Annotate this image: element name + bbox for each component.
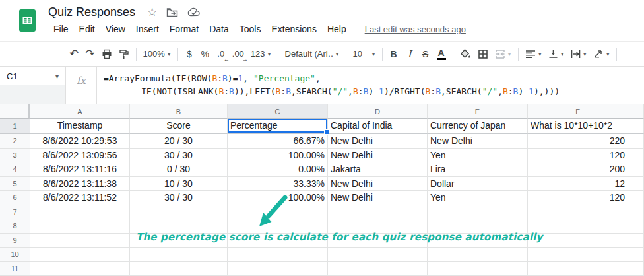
cell-F11[interactable] [528, 262, 628, 276]
column-header-F[interactable]: F [528, 104, 628, 119]
cell-overflow-10[interactable] [628, 248, 644, 262]
cell-overflow-6[interactable] [628, 191, 644, 205]
cell-E10[interactable] [428, 248, 528, 262]
cell-A11[interactable] [30, 262, 130, 276]
cell-E11[interactable] [428, 262, 528, 276]
menu-item-extensions[interactable]: Extensions [266, 22, 321, 36]
cell-B3[interactable]: 30 / 30 [130, 149, 228, 163]
menu-item-view[interactable]: View [100, 22, 131, 36]
cell-E1[interactable]: Currency of Japan [428, 119, 528, 134]
cell-overflow-7[interactable] [628, 205, 644, 220]
cell-B5[interactable]: 10 / 30 [130, 177, 228, 191]
menu-item-insert[interactable]: Insert [131, 22, 164, 36]
cell-C10[interactable] [228, 248, 328, 262]
row-header-2[interactable]: 2 [0, 134, 30, 149]
percent-format-button[interactable]: % [197, 46, 213, 63]
row-header-3[interactable]: 3 [0, 149, 30, 163]
cell-B11[interactable] [130, 262, 228, 276]
cell-D6[interactable]: New Delhi [328, 191, 428, 205]
cell-B7[interactable] [130, 205, 228, 220]
row-header-8[interactable]: 8 [0, 219, 30, 234]
cell-overflow-3[interactable] [628, 149, 644, 163]
font-family-select[interactable]: Default (Ari… ▾ [282, 46, 342, 63]
sheets-logo[interactable] [18, 9, 36, 32]
cell-E7[interactable] [428, 205, 528, 220]
cell-E2[interactable]: New Delhi [428, 134, 528, 149]
cell-D11[interactable] [328, 262, 428, 276]
cell-C2[interactable]: 66.67% [228, 134, 328, 149]
cell-A10[interactable] [30, 248, 130, 262]
row-header-7[interactable]: 7 [0, 205, 30, 220]
move-folder-icon[interactable] [166, 7, 178, 17]
cell-A9[interactable] [30, 234, 130, 248]
menu-item-format[interactable]: Format [164, 22, 204, 36]
cell-B1[interactable]: Score [130, 119, 228, 134]
cell-B2[interactable]: 20 / 30 [130, 134, 228, 149]
row-header-4[interactable]: 4 [0, 162, 30, 177]
cell-A1[interactable]: Timestamp [30, 119, 130, 134]
increase-decimal-button[interactable]: .00 → [229, 46, 247, 63]
number-format-button[interactable]: 123 ▾ [247, 46, 274, 63]
fill-color-button[interactable] [457, 46, 474, 63]
cell-overflow-11[interactable] [628, 262, 644, 276]
bold-button[interactable]: B [386, 46, 402, 63]
cell-D10[interactable] [328, 248, 428, 262]
menu-item-edit[interactable]: Edit [74, 22, 100, 36]
cell-D2[interactable]: New Delhi [328, 134, 428, 149]
row-header-10[interactable]: 10 [0, 248, 30, 262]
page-title[interactable]: Quiz Responses [48, 5, 135, 19]
cell-D5[interactable]: New Delhi [328, 177, 428, 191]
cell-C11[interactable] [228, 262, 328, 276]
cell-D3[interactable]: New Delhi [328, 149, 428, 163]
cell-C5[interactable]: 33.33% [228, 177, 328, 191]
column-header-A[interactable]: A [30, 104, 130, 119]
row-header-1[interactable]: 1 [0, 119, 30, 134]
cell-E5[interactable]: Dollar [428, 177, 528, 191]
undo-button[interactable]: ↶ [66, 46, 82, 63]
cell-E3[interactable]: Yen [428, 149, 528, 163]
formula-input[interactable]: =ArrayFormula(IF(ROW(B:B)=1, "Percentage… [97, 67, 644, 104]
cell-overflow-8[interactable] [628, 219, 644, 234]
column-header-overflow[interactable] [628, 104, 644, 119]
cell-F6[interactable]: 120 [528, 191, 628, 205]
print-button[interactable] [98, 46, 115, 63]
column-header-D[interactable]: D [328, 104, 428, 119]
cell-C1[interactable]: Percentage [228, 119, 328, 134]
cell-F7[interactable] [528, 205, 628, 220]
cell-D4[interactable]: Jakarta [328, 162, 428, 177]
cell-E4[interactable]: Lira [428, 162, 528, 177]
merge-cells-button[interactable]: ▾ [492, 46, 515, 63]
cell-B4[interactable]: 0 / 30 [130, 162, 228, 177]
cloud-saved-icon[interactable] [187, 7, 201, 17]
cell-F5[interactable]: 12 [528, 177, 628, 191]
italic-button[interactable]: I [402, 46, 418, 63]
cell-A5[interactable]: 8/6/2022 13:11:38 [30, 177, 130, 191]
text-color-button[interactable]: A [434, 46, 449, 63]
cell-F2[interactable]: 220 [528, 134, 628, 149]
name-box[interactable]: C1 ▾ [0, 67, 65, 85]
menu-item-file[interactable]: File [48, 22, 74, 36]
cell-A6[interactable]: 8/6/2022 13:11:52 [30, 191, 130, 205]
cell-overflow-9[interactable] [628, 234, 644, 248]
zoom-select[interactable]: 100% ▾ [140, 46, 174, 63]
strikethrough-button[interactable]: S [418, 46, 434, 63]
horizontal-align-button[interactable]: ▾ [522, 46, 545, 63]
cell-A4[interactable]: 8/6/2022 13:11:16 [30, 162, 130, 177]
cell-E6[interactable]: Yen [428, 191, 528, 205]
cell-F4[interactable]: 200 [528, 162, 628, 177]
redo-button[interactable]: ↷ [82, 46, 98, 63]
row-header-9[interactable]: 9 [0, 234, 30, 248]
cell-B6[interactable]: 30 / 30 [130, 191, 228, 205]
cell-overflow-1[interactable] [628, 119, 644, 134]
cell-B10[interactable] [130, 248, 228, 262]
last-edit-link[interactable]: Last edit was seconds ago [365, 24, 466, 34]
cell-D1[interactable]: Capital of India [328, 119, 428, 134]
cell-A8[interactable] [30, 219, 130, 234]
text-wrap-button[interactable]: ▾ [567, 46, 590, 63]
menu-item-data[interactable]: Data [204, 22, 234, 36]
cell-A7[interactable] [30, 205, 130, 220]
menu-item-tools[interactable]: Tools [234, 22, 267, 36]
column-header-B[interactable]: B [130, 104, 228, 119]
borders-button[interactable] [474, 46, 492, 63]
column-header-E[interactable]: E [428, 104, 528, 119]
